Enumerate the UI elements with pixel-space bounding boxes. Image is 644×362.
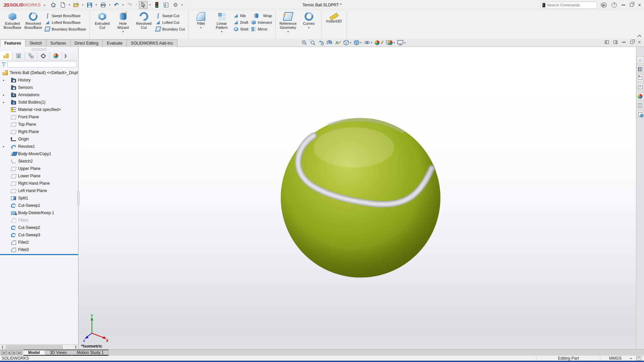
tree-item-top-plane[interactable]: Top Plane — [0, 121, 78, 128]
undo-dropdown[interactable]: ▾ — [121, 3, 125, 6]
document-tab-3d-views[interactable]: 3D Views — [45, 350, 72, 356]
curves-dropdown[interactable]: ▾ — [308, 26, 310, 29]
section-view-button[interactable] — [326, 40, 332, 46]
tree-item-left-hand-plane[interactable]: Left Hand Plane — [0, 187, 78, 194]
tree-item-material-not-specified[interactable]: Material <not specified> — [0, 106, 78, 113]
document-tab-motion-study-1[interactable]: Motion Study 1 — [72, 350, 109, 356]
tree-item-cut-sweep1[interactable]: Cut-Sweep1 — [0, 202, 78, 209]
zoom-to-area-button[interactable] — [310, 40, 316, 46]
panel-splitter-handle[interactable] — [77, 191, 79, 206]
view-settings-dropdown[interactable]: ▾ — [404, 41, 406, 44]
tab-featuremanager-design-tree[interactable] — [0, 52, 12, 60]
restore-button[interactable] — [630, 1, 634, 9]
scroll-track[interactable] — [5, 345, 73, 349]
tree-item-right-hand-plane[interactable]: Right Hand Plane — [0, 180, 78, 187]
tab-solidworks-add-ins[interactable]: SOLIDWORKS Add-Ins — [126, 39, 177, 47]
linear-pattern-button[interactable]: Linear Pattern▾ — [211, 11, 232, 39]
doc-restore-button[interactable] — [630, 41, 633, 44]
taskpane-forum-button[interactable] — [637, 111, 644, 118]
tennis-ball-model[interactable] — [273, 111, 448, 349]
instant3d-button[interactable]: Instant3D — [324, 11, 344, 39]
lofted-boss-base-button[interactable]: Lofted Boss/Base — [44, 19, 88, 25]
scroll-left-arrow[interactable]: ❮ — [0, 345, 5, 349]
tab-features[interactable]: Features — [0, 39, 25, 47]
tab-evaluate[interactable]: Evaluate — [102, 39, 127, 47]
doc-minimize-button[interactable] — [622, 42, 626, 43]
fillet-dropdown[interactable]: ▾ — [200, 26, 202, 29]
tree-item-annotations[interactable]: ▸Annotations — [0, 91, 78, 99]
taskpane-design-library-button[interactable] — [637, 65, 644, 73]
tree-item-sketch2[interactable]: Sketch2 — [0, 158, 78, 165]
view-orientation-dropdown[interactable]: ▾ — [350, 41, 351, 44]
tab-property-manager[interactable] — [12, 52, 25, 60]
tree-item-fillet1[interactable]: Fillet1 — [0, 217, 78, 224]
tree-item-body-delete-keep-1[interactable]: Body-Delete/Keep 1 — [0, 209, 78, 217]
select-dropdown[interactable]: ▾ — [148, 3, 152, 6]
taskpane-view-palette-button[interactable] — [637, 83, 644, 91]
tree-item-lower-plane[interactable]: Lower Plane — [0, 172, 78, 180]
tree-item-fillet2[interactable]: Fillet2 — [0, 239, 78, 246]
tree-item-cut-sweep2[interactable]: Cut-Sweep2 — [0, 224, 78, 231]
display-style-button[interactable]: ▾ — [354, 40, 362, 46]
previous-view-button[interactable] — [318, 40, 324, 46]
status-tag-icon[interactable] — [636, 356, 641, 360]
expand-arrow-icon[interactable]: ▸ — [3, 101, 6, 104]
tree-item-right-plane[interactable]: Right Plane — [0, 128, 78, 135]
draft-button[interactable]: Draft — [232, 19, 250, 25]
shell-button[interactable]: Shell — [232, 26, 250, 32]
revolved-boss-base-button[interactable]: Revolved Boss/Base — [23, 11, 44, 39]
linear-pattern-dropdown[interactable]: ▾ — [221, 30, 222, 33]
boundary-boss-base-button[interactable]: Boundary Boss/Base — [44, 26, 88, 32]
units-dropdown-icon[interactable]: ▴ — [630, 357, 632, 360]
mirror-button[interactable]: Mirror — [250, 26, 273, 32]
tree-filter-input[interactable] — [7, 61, 77, 67]
redo-button[interactable]: ↷ — [125, 1, 134, 9]
graphics-area[interactable]: Y X z *Isometric — [78, 47, 636, 349]
taskpane-file-explorer-button[interactable] — [637, 74, 644, 82]
tree-item-fillet3[interactable]: Fillet3 — [0, 246, 78, 253]
pane-left-button[interactable] — [605, 41, 609, 44]
open-button[interactable] — [72, 1, 80, 9]
hide-show-items-button[interactable]: ▾ — [364, 40, 372, 46]
minimize-button[interactable] — [621, 1, 626, 9]
view-orientation-button[interactable]: ▾ — [343, 40, 351, 46]
tree-item-sensors[interactable]: Sensors — [0, 84, 78, 91]
first-tab-button[interactable]: |◀ — [1, 350, 6, 355]
view-settings-button[interactable]: ▾ — [397, 40, 406, 46]
tree-item-upper-plane[interactable]: Upper Plane — [0, 165, 78, 172]
tree-item-history[interactable]: ▸History — [0, 76, 78, 84]
zoom-to-fit-button[interactable] — [301, 40, 307, 46]
print-dropdown[interactable]: ▾ — [108, 3, 111, 6]
help-button[interactable]: ? — [611, 1, 617, 9]
scroll-right-arrow[interactable]: ❯ — [73, 345, 78, 349]
redo-dropdown[interactable]: ▾ — [135, 3, 138, 6]
options-button[interactable]: ⚙ — [171, 1, 180, 9]
logo-expand-arrow[interactable]: ▸ — [44, 3, 46, 7]
select-button[interactable] — [139, 1, 148, 9]
next-tab-button[interactable]: ▶ — [12, 350, 17, 355]
new-document-dropdown[interactable]: ▾ — [68, 3, 71, 6]
save-button[interactable] — [85, 1, 94, 9]
wrap-button[interactable]: Wrap — [250, 12, 273, 19]
apply-scene-button[interactable]: ▾ — [386, 40, 395, 45]
revolved-cut-button[interactable]: Revolved Cut — [133, 11, 154, 39]
home-button[interactable] — [49, 1, 58, 9]
tree-item-front-plane[interactable]: Front Plane — [0, 113, 78, 121]
tab-display-manager[interactable] — [50, 52, 62, 60]
expand-arrow-icon[interactable]: ▸ — [3, 93, 6, 97]
tab-configuration-manager[interactable] — [25, 52, 37, 60]
display-style-dropdown[interactable]: ▾ — [360, 41, 362, 44]
tree-item-solid-bodies-1[interactable]: ▸Solid Bodies(1) — [0, 99, 78, 106]
lofted-cut-button[interactable]: Lofted Cut — [154, 19, 186, 25]
tree-item-origin[interactable]: Origin — [0, 135, 78, 143]
reference-geometry-button[interactable]: Reference Geometry▾ — [278, 11, 299, 39]
search-input[interactable] — [547, 3, 599, 7]
panel-grip[interactable] — [32, 48, 47, 51]
hole-wizard-dropdown[interactable]: ▾ — [122, 30, 124, 33]
taskpane-appearances-button[interactable] — [637, 93, 644, 100]
curves-button[interactable]: Curves▾ — [299, 11, 319, 39]
prev-tab-button[interactable]: ◀ — [6, 350, 11, 355]
taskpane-custom-properties-button[interactable] — [637, 102, 644, 109]
extruded-boss-base-button[interactable]: Extruded Boss/Base — [2, 11, 23, 39]
undo-button[interactable]: ↶ — [112, 1, 121, 9]
